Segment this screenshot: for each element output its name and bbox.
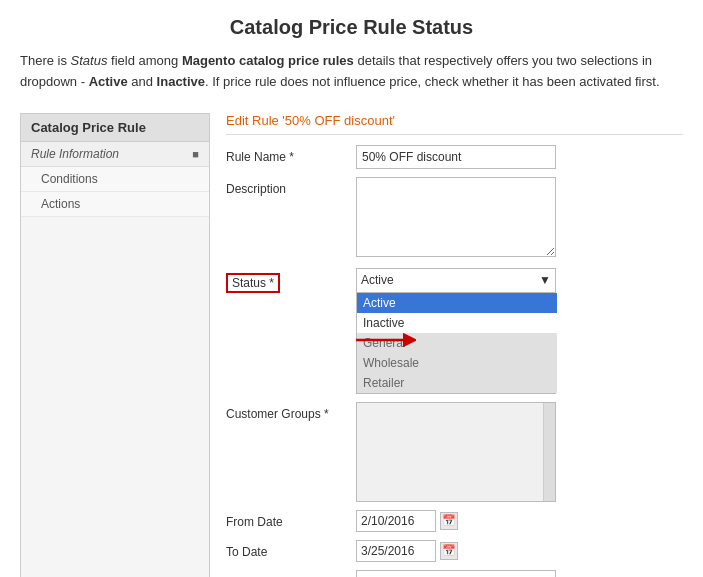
to-date-calendar-icon[interactable]: 📅 [440, 542, 458, 560]
to-date-row: To Date 📅 [226, 540, 683, 562]
sidebar-section-label: Rule Information [31, 147, 119, 161]
rule-name-input[interactable] [356, 145, 556, 169]
rule-name-field [356, 145, 683, 169]
edit-rule-title: Edit Rule '50% OFF discount' [226, 113, 683, 135]
to-date-field: 📅 [356, 540, 683, 562]
customer-groups-multiselect[interactable] [356, 402, 556, 502]
status-label: Status * [226, 268, 356, 293]
status-label-box: Status * [226, 273, 280, 293]
from-date-calendar-icon[interactable]: 📅 [440, 512, 458, 530]
status-dropdown-current: Active [361, 273, 394, 287]
description-textarea[interactable] [356, 177, 556, 257]
red-arrow-svg [356, 330, 416, 350]
priority-row: Priority [226, 570, 683, 577]
from-date-row: From Date 📅 [226, 510, 683, 532]
main-content: Edit Rule '50% OFF discount' Rule Name *… [210, 113, 683, 577]
from-date-input[interactable] [356, 510, 436, 532]
customer-groups-label: Customer Groups * [226, 402, 356, 421]
customer-groups-row: Customer Groups * [226, 402, 683, 502]
status-dropdown-header[interactable]: Active ▼ [357, 269, 555, 293]
description-label: Description [226, 177, 356, 196]
dropdown-option-active[interactable]: Active [357, 293, 557, 313]
dropdown-option-wholesale[interactable]: Wholesale [357, 353, 557, 373]
customer-groups-field [356, 402, 683, 502]
priority-field [356, 570, 683, 577]
rule-name-label: Rule Name * [226, 145, 356, 164]
from-date-field: 📅 [356, 510, 683, 532]
intro-paragraph: There is Status field among Magento cata… [20, 51, 683, 93]
multiselect-scrollbar[interactable] [543, 403, 555, 501]
rule-name-row: Rule Name * [226, 145, 683, 169]
description-field [356, 177, 683, 260]
to-date-label: To Date [226, 540, 356, 559]
sidebar-section-rule-information[interactable]: Rule Information ■ [21, 142, 209, 167]
from-date-wrapper: 📅 [356, 510, 683, 532]
main-layout: Catalog Price Rule Rule Information ■ Co… [20, 113, 683, 577]
priority-label: Priority [226, 570, 356, 577]
page-title: Catalog Price Rule Status [20, 16, 683, 39]
to-date-input[interactable] [356, 540, 436, 562]
dropdown-option-retailer[interactable]: Retailer [357, 373, 557, 393]
sidebar: Catalog Price Rule Rule Information ■ Co… [20, 113, 210, 577]
status-row: Status * Active ▼ Active Inactive Genera… [226, 268, 683, 394]
dropdown-arrow-icon: ▼ [539, 273, 551, 287]
priority-input[interactable] [356, 570, 556, 577]
to-date-wrapper: 📅 [356, 540, 683, 562]
sidebar-item-actions[interactable]: Actions [21, 192, 209, 217]
sidebar-title: Catalog Price Rule [21, 114, 209, 142]
red-arrow-container [356, 330, 416, 350]
sidebar-section-icon: ■ [192, 148, 199, 160]
description-row: Description [226, 177, 683, 260]
sidebar-item-conditions[interactable]: Conditions [21, 167, 209, 192]
from-date-label: From Date [226, 510, 356, 529]
